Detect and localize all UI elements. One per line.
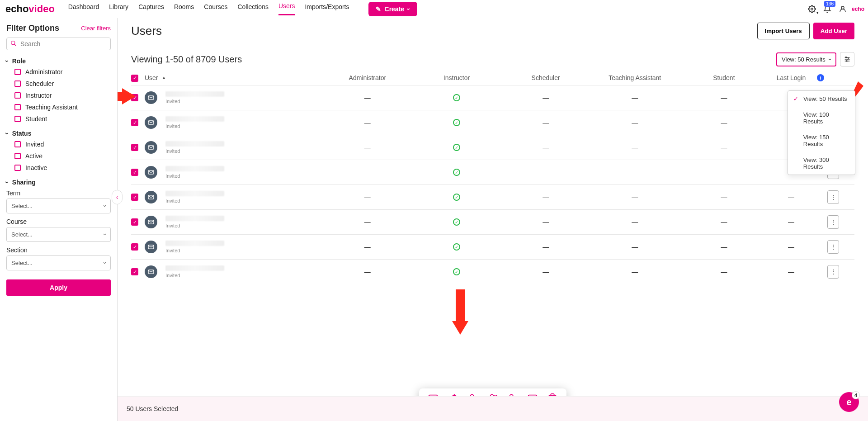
svg-marker-18 — [118, 88, 136, 104]
row-checkbox[interactable]: ✓ — [131, 119, 138, 126]
course-select[interactable]: Select... — [6, 227, 111, 242]
user-status: Invited — [165, 173, 224, 179]
cell-scheduler: — — [501, 94, 590, 101]
cell-student: — — [679, 268, 769, 275]
table-row: ✓ Invited — ✓ — — — — ⋮ — [131, 110, 854, 135]
table-header: ✓ User ▲ Administrator Instructor Schedu… — [131, 71, 854, 85]
support-fab[interactable]: e 4 — [839, 392, 859, 412]
notification-badge: 136 — [824, 1, 835, 7]
user-name-redacted — [165, 265, 224, 271]
chevron-down-icon — [408, 5, 410, 13]
clear-filters[interactable]: Clear filters — [81, 25, 111, 32]
nav-collections[interactable]: Collections — [237, 3, 268, 15]
filter-status-inactive[interactable]: Inactive — [14, 164, 111, 171]
view-option-150[interactable]: View: 150 Results — [788, 129, 855, 152]
user-status: Invited — [165, 223, 224, 228]
add-user-button[interactable]: Add User — [813, 23, 854, 39]
row-actions-button[interactable]: ⋮ — [827, 265, 839, 279]
col-ta[interactable]: Teaching Assistant — [590, 74, 679, 81]
filter-status-invited[interactable]: Invited — [14, 141, 111, 148]
viewing-count: Viewing 1-50 of 8709 Users — [131, 54, 242, 65]
cell-ta: — — [590, 94, 679, 101]
cell-scheduler: — — [501, 218, 590, 226]
section-select[interactable]: Select... — [6, 255, 111, 270]
filter-role-scheduler[interactable]: Scheduler — [14, 80, 111, 87]
user-status: Invited — [165, 198, 224, 203]
cell-lastlogin: — — [769, 194, 814, 201]
user-name-redacted — [165, 91, 224, 97]
row-checkbox[interactable]: ✓ — [131, 169, 138, 176]
table-settings-button[interactable] — [840, 52, 854, 66]
logo: echovideo — [5, 3, 55, 15]
check-circle-icon: ✓ — [453, 243, 460, 251]
col-lastlogin[interactable]: Last Login — [769, 74, 814, 81]
col-admin[interactable]: Administrator — [323, 74, 412, 81]
avatar — [145, 91, 157, 104]
filter-status-active[interactable]: Active — [14, 152, 111, 160]
check-icon: ✓ — [793, 95, 800, 102]
sidebar-search[interactable] — [6, 38, 111, 50]
row-actions-button[interactable]: ⋮ — [827, 190, 839, 204]
row-checkbox[interactable]: ✓ — [131, 268, 138, 275]
page-title: Users — [131, 24, 162, 38]
wand-icon: ✎ — [376, 5, 381, 13]
row-checkbox[interactable]: ✓ — [131, 243, 138, 251]
term-select[interactable]: Select... — [6, 199, 111, 213]
table-row: ✓ Invited — ✓ — — — — ⋮ — [131, 209, 854, 234]
nav-rooms[interactable]: Rooms — [174, 3, 194, 15]
filter-role-administrator[interactable]: Administrator — [14, 68, 111, 76]
col-scheduler[interactable]: Scheduler — [501, 74, 590, 81]
nav-imports[interactable]: Imports/Exports — [305, 3, 349, 15]
row-checkbox[interactable]: ✓ — [131, 218, 138, 226]
nav-captures[interactable]: Captures — [138, 3, 164, 15]
import-users-button[interactable]: Import Users — [757, 23, 810, 39]
cell-admin: — — [323, 243, 412, 251]
group-sharing-head[interactable]: Sharing — [6, 179, 111, 186]
user-name-redacted — [165, 216, 224, 221]
nav-courses[interactable]: Courses — [204, 3, 227, 15]
filter-role-instructor[interactable]: Instructor — [14, 92, 111, 99]
mini-logo[interactable]: echo — [854, 5, 863, 14]
gear-icon[interactable]: ▾ — [807, 5, 816, 14]
group-status-head[interactable]: Status — [6, 130, 111, 137]
nav-library[interactable]: Library — [109, 3, 128, 15]
view-option-50[interactable]: ✓View: 50 Results — [788, 91, 855, 107]
svg-marker-20 — [452, 289, 468, 335]
table-row: ✓ Invited — ✓ — — — — ⋮ — [131, 234, 854, 259]
cell-admin: — — [323, 94, 412, 101]
cell-scheduler: — — [501, 169, 590, 176]
user-name-redacted — [165, 166, 224, 171]
filter-role-student[interactable]: Student — [14, 115, 111, 123]
cell-instructor: ✓ — [412, 143, 501, 151]
user-status: Invited — [165, 123, 224, 129]
info-icon[interactable]: i — [817, 74, 824, 81]
view-results-dropdown[interactable]: View: 50 Results — [776, 52, 836, 66]
col-user[interactable]: User ▲ — [145, 74, 323, 81]
user-status: Invited — [165, 99, 224, 104]
col-student[interactable]: Student — [679, 74, 769, 81]
nav-dashboard[interactable]: Dashboard — [68, 3, 99, 15]
col-instructor[interactable]: Instructor — [412, 74, 501, 81]
nav-links: Dashboard Library Captures Rooms Courses… — [68, 2, 417, 16]
bell-icon[interactable]: 136 — [823, 5, 832, 14]
select-all-checkbox[interactable]: ✓ — [131, 75, 138, 82]
group-role-head[interactable]: Role — [6, 57, 111, 65]
cell-scheduler: — — [501, 243, 590, 251]
view-option-300[interactable]: View: 300 Results — [788, 152, 855, 175]
cell-student: — — [679, 169, 769, 176]
filter-role-ta[interactable]: Teaching Assistant — [14, 104, 111, 111]
apply-button[interactable]: Apply — [6, 279, 111, 296]
search-input[interactable] — [19, 40, 107, 48]
nav-users[interactable]: Users — [278, 2, 295, 15]
row-checkbox[interactable]: ✓ — [131, 144, 138, 151]
cell-lastlogin: — — [769, 268, 814, 275]
cell-student: — — [679, 218, 769, 226]
row-actions-button[interactable]: ⋮ — [827, 240, 839, 254]
row-checkbox[interactable]: ✓ — [131, 194, 138, 201]
create-button[interactable]: ✎ Create — [368, 2, 417, 16]
section-label: Section — [6, 246, 111, 254]
cell-student: — — [679, 194, 769, 201]
row-actions-button[interactable]: ⋮ — [827, 215, 839, 229]
user-icon[interactable] — [838, 5, 847, 14]
view-option-100[interactable]: View: 100 Results — [788, 107, 855, 129]
